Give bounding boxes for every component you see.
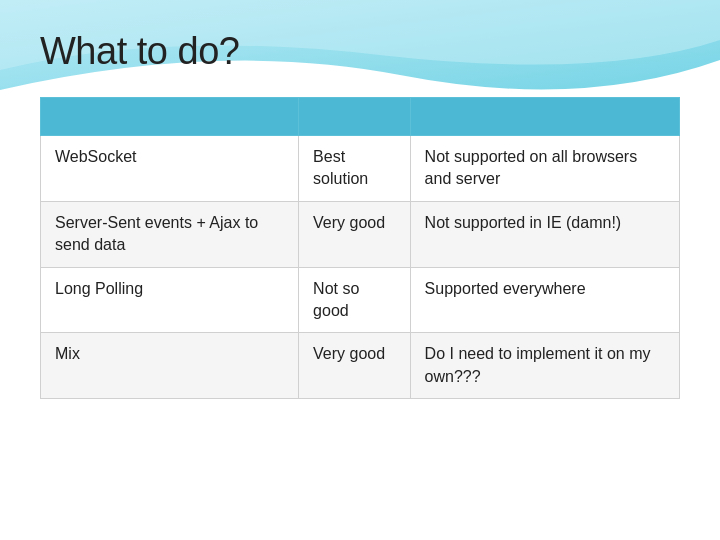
cell-col2-row0: Best solution (299, 136, 411, 202)
cell-col1-row1: Server-Sent events + Ajax to send data (41, 201, 299, 267)
cell-col2-row2: Not so good (299, 267, 411, 333)
comparison-table: WebSocketBest solutionNot supported on a… (40, 97, 680, 399)
cell-col2-row3: Very good (299, 333, 411, 399)
cell-col3-row2: Supported everywhere (410, 267, 679, 333)
cell-col1-row3: Mix (41, 333, 299, 399)
header-col3 (410, 98, 679, 136)
table-row: Long PollingNot so goodSupported everywh… (41, 267, 680, 333)
cell-col1-row2: Long Polling (41, 267, 299, 333)
cell-col3-row3: Do I need to implement it on my own??? (410, 333, 679, 399)
page-title: What to do? (40, 30, 680, 73)
table-row: MixVery goodDo I need to implement it on… (41, 333, 680, 399)
header-col1 (41, 98, 299, 136)
cell-col3-row0: Not supported on all browsers and server (410, 136, 679, 202)
cell-col3-row1: Not supported in IE (damn!) (410, 201, 679, 267)
header-col2 (299, 98, 411, 136)
cell-col2-row1: Very good (299, 201, 411, 267)
table-header-row (41, 98, 680, 136)
cell-col1-row0: WebSocket (41, 136, 299, 202)
table-row: Server-Sent events + Ajax to send dataVe… (41, 201, 680, 267)
table-row: WebSocketBest solutionNot supported on a… (41, 136, 680, 202)
